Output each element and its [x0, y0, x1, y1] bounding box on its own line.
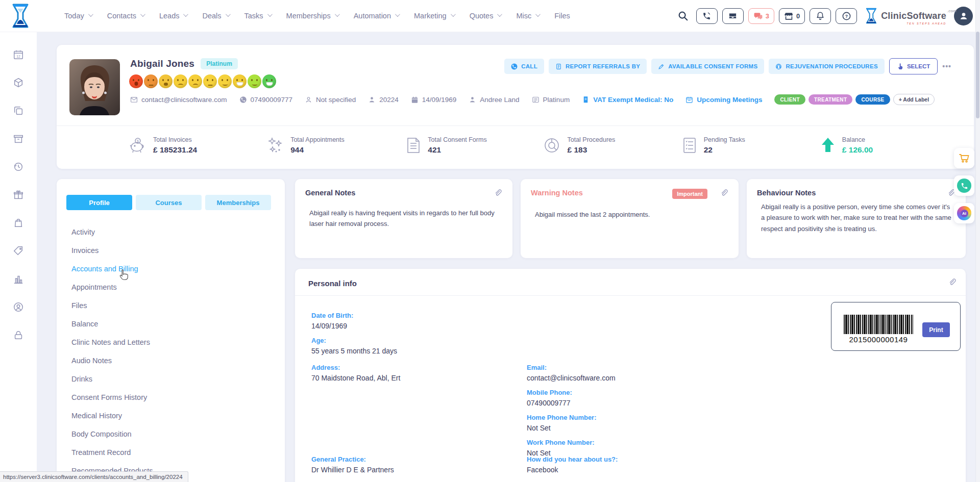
help-button[interactable]: ? [836, 8, 857, 24]
menu-item-clinic-notes[interactable]: Clinic Notes and Letters [57, 333, 285, 351]
nav-quotes[interactable]: Quotes [470, 12, 501, 20]
hear-about-label[interactable]: How did you hear about us?: [527, 455, 618, 463]
nav-deals[interactable]: Deals [202, 12, 229, 20]
nav-contacts[interactable]: Contacts [107, 12, 144, 20]
menu-item-accounts-and-billing[interactable]: Accounts and Billing [57, 260, 285, 278]
menu-item-treatment-record[interactable]: Treatment Record [57, 443, 285, 462]
store-icon [784, 11, 794, 21]
notifications-button[interactable] [810, 8, 831, 24]
mood-emoji-10[interactable] [262, 74, 276, 88]
clinicsoftware-logo-icon[interactable] [10, 4, 31, 28]
dob-value: 14/09/1969 [311, 322, 397, 330]
more-actions-button[interactable]: ••• [942, 62, 951, 70]
label-treatment: TREATMENT [808, 94, 853, 105]
chevron-down-icon [335, 12, 340, 17]
lock-icon[interactable] [13, 329, 24, 341]
bar-chart-icon[interactable] [13, 273, 24, 285]
mood-emoji-8[interactable] [233, 74, 247, 88]
tag-icon[interactable] [13, 245, 24, 257]
menu-item-balance[interactable]: Balance [57, 315, 285, 333]
nav-automation[interactable]: Automation [354, 12, 399, 20]
search-icon[interactable] [677, 10, 689, 21]
nav-leads[interactable]: Leads [159, 12, 187, 20]
package-icon[interactable] [13, 77, 24, 88]
work-phone-label[interactable]: Work Phone Number: [527, 439, 616, 446]
mobile-label[interactable]: Mobile Phone: [527, 389, 616, 396]
select-button[interactable]: SELECT [889, 58, 938, 74]
dob-label[interactable]: Date of Birth: [311, 312, 397, 319]
print-button[interactable]: Print [922, 322, 950, 337]
paperclip-icon[interactable] [494, 189, 502, 197]
client-tier: Platinum [532, 96, 570, 104]
scrollbar-thumb[interactable] [976, 32, 979, 118]
store-button[interactable]: 0 [779, 8, 805, 24]
ai-assistant-button[interactable]: AI [954, 203, 974, 223]
vat-exempt-link[interactable]: VAT Exempt Medical: No [582, 96, 673, 104]
chat-button[interactable]: 3 [748, 8, 774, 24]
menu-item-medical-history[interactable]: Medical History [57, 407, 285, 425]
mood-emoji-3[interactable] [159, 74, 173, 88]
menu-item-body-composition[interactable]: Body Composition [57, 425, 285, 443]
mood-emoji-6[interactable] [203, 74, 217, 88]
menu-item-activity[interactable]: Activity [57, 223, 285, 241]
menu-item-drinks[interactable]: Drinks [57, 370, 285, 388]
address-label[interactable]: Address: [311, 364, 400, 371]
tab-profile[interactable]: Profile [66, 195, 132, 210]
copy-icon[interactable] [13, 105, 24, 116]
nav-today[interactable]: Today [64, 12, 92, 20]
user-avatar[interactable] [954, 7, 973, 26]
dialer-button[interactable] [696, 8, 718, 24]
chevron-down-icon [183, 12, 188, 17]
person-icon [469, 96, 476, 104]
call-float-button[interactable] [954, 175, 974, 196]
consent-forms-button[interactable]: AVAILABLE CONSENT FORMS [651, 59, 764, 74]
nav-marketing[interactable]: Marketing [414, 12, 454, 20]
mood-emoji-4[interactable] [174, 74, 187, 88]
cart-button[interactable] [954, 148, 974, 168]
shopping-bag-icon[interactable] [13, 217, 24, 229]
label-course: COURSE [855, 94, 890, 105]
nav-memberships[interactable]: Memberships [286, 12, 338, 20]
tab-courses[interactable]: Courses [136, 195, 202, 210]
gp-label[interactable]: General Practice: [311, 455, 394, 463]
gift-icon[interactable] [13, 189, 24, 200]
mood-emoji-7[interactable] [218, 74, 232, 88]
mood-emoji-9[interactable] [248, 74, 261, 88]
menu-item-appointments[interactable]: Appointments [57, 278, 285, 296]
tab-memberships[interactable]: Memberships [205, 195, 271, 210]
document-icon [555, 63, 562, 70]
nav-files[interactable]: Files [554, 12, 570, 20]
piggy-bank-icon: $ [128, 137, 146, 154]
call-button[interactable]: CALL [504, 59, 544, 74]
nav-tasks[interactable]: Tasks [244, 12, 271, 20]
barcode-number: 2015000000149 [839, 335, 918, 344]
mood-emoji-1[interactable] [129, 74, 143, 88]
paperclip-icon[interactable] [720, 189, 728, 197]
stat-total-invoices: $ Total Invoices£ 185231.24 [128, 136, 266, 155]
nav-misc[interactable]: Misc [516, 12, 539, 20]
email-label[interactable]: Email: [527, 364, 616, 371]
menu-item-invoices[interactable]: Invoices [57, 241, 285, 260]
rejuvenation-button[interactable]: REJUVENATION PROCEDURES [769, 59, 885, 74]
calendar-icon[interactable]: 12 [13, 49, 24, 60]
menu-item-audio-notes[interactable]: Audio Notes [57, 351, 285, 370]
menu-item-consent-forms-history[interactable]: Consent Forms History [57, 388, 285, 407]
scrollbar-track[interactable] [975, 0, 980, 482]
client-header-card: Abigail Jones Platinum CALL REPORT REFER… [57, 45, 974, 169]
history-icon[interactable] [13, 161, 24, 172]
support-icon[interactable] [13, 301, 24, 313]
home-phone-label[interactable]: Home Phone Number: [527, 414, 616, 421]
report-referrals-button[interactable]: REPORT REFERRALS BY [549, 59, 647, 74]
upcoming-meetings-link[interactable]: Upcoming Meetings [685, 96, 762, 104]
age-label[interactable]: Age: [311, 337, 397, 344]
archive-box-icon[interactable] [13, 133, 24, 144]
edit-icon[interactable] [948, 278, 957, 287]
add-label-button[interactable]: + Add Label [893, 94, 935, 105]
mood-emoji-5[interactable] [188, 74, 202, 88]
inbox-button[interactable] [722, 8, 744, 24]
svg-text:?: ? [845, 13, 848, 18]
home-phone-value: Not Set [527, 424, 616, 432]
menu-item-files[interactable]: Files [57, 296, 285, 315]
client-photo[interactable] [69, 59, 120, 115]
mood-emoji-2[interactable] [144, 74, 158, 88]
